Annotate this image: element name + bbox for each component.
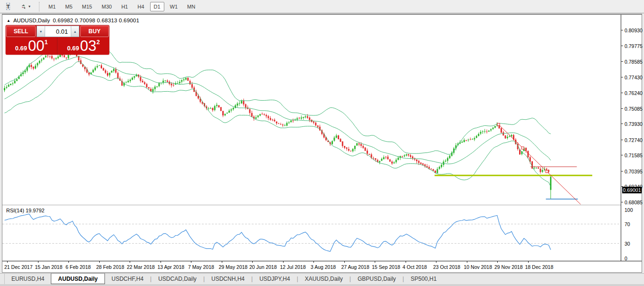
candle-body — [216, 105, 218, 106]
price-axis-label: 0.71585 — [625, 153, 643, 158]
candle-body — [286, 123, 288, 126]
candle-body — [391, 162, 393, 163]
candle-body — [375, 158, 376, 160]
date-axis: 21 Dec 201715 Jan 20186 Feb 201828 Feb 2… — [2, 261, 642, 272]
rsi-indicator-canvas[interactable] — [2, 206, 621, 261]
timeframe-button-m1[interactable]: M1 — [45, 2, 59, 11]
candle-body — [35, 66, 36, 68]
candle-body — [154, 86, 156, 89]
date-axis-tick — [68, 261, 69, 263]
candle-body — [4, 88, 5, 90]
candle-body — [449, 156, 450, 158]
trendline-anchor-handle[interactable] — [521, 147, 524, 149]
buy-button[interactable]: BUY — [80, 26, 109, 37]
candle-body — [480, 132, 482, 134]
candle-body — [445, 161, 446, 162]
candle-body — [290, 120, 292, 122]
candle-body — [187, 77, 189, 80]
timeframe-button-d1[interactable]: D1 — [150, 2, 164, 11]
candle-body — [383, 157, 385, 159]
candle-body — [109, 73, 110, 76]
price-axis-tick — [621, 171, 623, 172]
price-axis-tick — [621, 202, 623, 202]
candle-body — [336, 135, 337, 138]
chart-tab-usdcnh-h4[interactable]: USDCNH,H4 — [205, 274, 251, 284]
candle-body — [464, 140, 465, 142]
date-axis-label: 7 May 2018 — [188, 264, 214, 270]
timeframe-button-m30[interactable]: M30 — [98, 2, 115, 11]
candle-body — [8, 85, 9, 87]
candle-body — [162, 81, 164, 83]
date-axis-tick — [467, 261, 467, 263]
toolbar-separator — [39, 2, 39, 11]
candle-body — [484, 131, 485, 132]
timeframe-button-w1[interactable]: W1 — [166, 2, 182, 11]
candle-body — [461, 142, 463, 143]
price-axis-label: 0.76240 — [625, 90, 643, 95]
buy-price-tile[interactable]: 0.69 03 2 — [58, 38, 109, 55]
candle-body — [262, 114, 263, 114]
date-axis-label: 15 Jan 2018 — [35, 264, 63, 270]
candle-body — [502, 132, 504, 135]
date-axis-label: 12 Jul 2018 — [280, 264, 306, 270]
candle-body — [95, 67, 96, 70]
timeframe-button-h4[interactable]: H4 — [133, 2, 148, 11]
candle-body — [542, 170, 543, 172]
chart-tab-sp500-h1[interactable]: SP500,H1 — [404, 274, 444, 284]
rsi-axis-label: 30 — [625, 241, 630, 247]
candle-body — [49, 56, 50, 57]
date-axis-tick — [406, 261, 406, 263]
chart-tab-gbpusd-daily[interactable]: GBPUSD,Daily — [351, 274, 403, 284]
candle-body — [183, 79, 185, 80]
chart-tab-usdchf-h4[interactable]: USDCHF,H4 — [105, 274, 150, 284]
timeframe-button-h1[interactable]: H1 — [117, 2, 132, 11]
chart-client-area[interactable]: 0.69001 0.809300.797750.785850.774300.76… — [2, 15, 642, 272]
candle-body — [533, 168, 535, 168]
trendline-anchor-handle[interactable] — [546, 171, 548, 173]
date-axis-label: 6 Feb 2018 — [66, 264, 91, 270]
sell-button[interactable]: SELL — [6, 26, 36, 37]
candle-body — [210, 108, 211, 109]
candle-body — [10, 84, 11, 85]
candle-body — [301, 117, 302, 118]
timeframe-button-m5[interactable]: M5 — [61, 2, 76, 11]
chart-tab-audusd-daily[interactable]: AUDUSD,Daily — [51, 273, 104, 284]
candle-body — [412, 156, 413, 158]
volume-increase-button[interactable]: ▲ — [71, 26, 79, 37]
volume-input[interactable]: 0.01 — [45, 26, 71, 37]
sell-price-tile[interactable]: 0.69 00 1 — [6, 38, 57, 55]
candle-body — [167, 81, 168, 82]
descending-trendline[interactable] — [499, 124, 581, 204]
candle-body — [171, 84, 172, 85]
candle-body — [159, 83, 160, 86]
chart-title-ohlc: 0.69982 0.70098 0.68313 0.69001 — [53, 18, 139, 23]
date-axis-tick — [222, 261, 222, 263]
candle-body — [103, 68, 104, 70]
candle-body — [315, 123, 316, 125]
price-axis-tick — [621, 124, 623, 124]
candle-body — [379, 161, 380, 162]
timeframe-button-m15[interactable]: M15 — [78, 2, 96, 11]
candle-body — [439, 167, 440, 169]
arrow-down-icon: ▼ — [39, 30, 43, 33]
date-axis-label: 15 Sep 2018 — [372, 264, 400, 270]
candle-body — [6, 87, 7, 88]
price-axis-tick — [621, 30, 623, 30]
chart-tab-usdcad-daily[interactable]: USDCAD,Daily — [152, 274, 203, 284]
chart-tab-usdjpy-h4[interactable]: USDJPY,H4 — [253, 274, 296, 284]
text-tool-button[interactable]: T — [3, 2, 13, 11]
candle-body — [243, 101, 244, 104]
candle-body — [191, 84, 193, 88]
rsi-axis-label: 100 — [625, 207, 633, 213]
candle-body — [428, 167, 430, 169]
chart-tab-eurusd-h4[interactable]: EURUSD,H4 — [5, 274, 51, 284]
candle-body — [406, 154, 407, 155]
chart-tab-xauusd-daily[interactable]: XAUUSD,Daily — [298, 274, 350, 284]
trendline-anchor-handle[interactable] — [497, 123, 500, 125]
candle-body — [387, 157, 388, 160]
candle-body — [47, 56, 48, 56]
candle-body — [424, 164, 426, 166]
timeframe-button-mn[interactable]: MN — [183, 2, 199, 11]
volume-decrease-button[interactable]: ▼ — [37, 26, 45, 37]
arrange-objects-button[interactable]: ▾ — [17, 2, 34, 11]
